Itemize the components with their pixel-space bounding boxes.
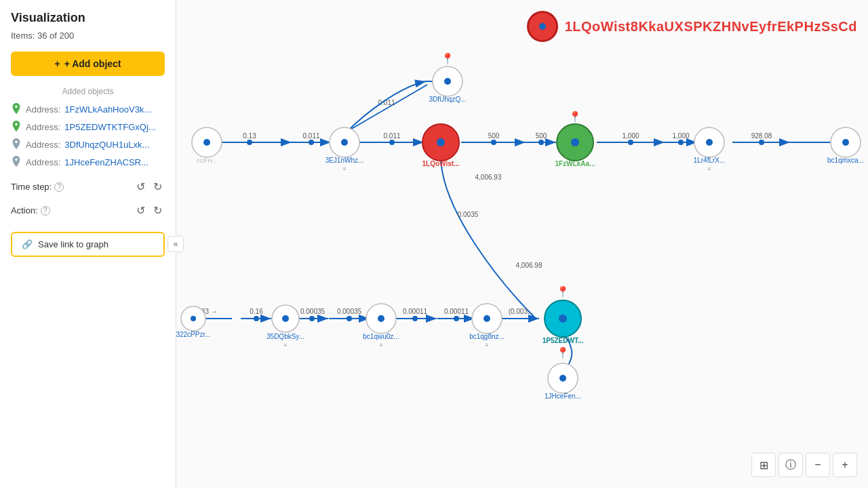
items-count: Items: 36 of 200 [11, 30, 165, 41]
svg-text:1P5ZEDWT...: 1P5ZEDWT... [542, 337, 584, 344]
svg-text:4,006.98: 4,006.98 [516, 262, 542, 269]
action-label: Action: ? [11, 205, 50, 216]
svg-point-83 [559, 314, 567, 323]
address-value[interactable]: 1P5ZEDWTKTFGxQj... [64, 122, 155, 132]
link-icon: 🔗 [22, 239, 33, 249]
minus-icon: − [814, 459, 821, 471]
svg-text:500: 500 [488, 132, 500, 140]
time-step-row: Time step: ? ↺ ↻ [11, 179, 165, 195]
save-link-label: Save link to graph [38, 239, 108, 249]
node-dot [539, 23, 546, 30]
grid-icon: ⊞ [760, 459, 768, 472]
svg-text:≡: ≡ [708, 166, 711, 172]
svg-point-3 [15, 159, 18, 161]
collapse-sidebar-button[interactable]: « [167, 236, 184, 252]
time-step-redo-button[interactable]: ↻ [151, 179, 165, 195]
time-step-controls: ↺ ↻ [134, 179, 165, 195]
svg-point-40 [254, 316, 259, 321]
list-item: Address: 3DfUhqzQUH1uLxk... [11, 138, 165, 150]
svg-text:1Lr4fLrX...: 1Lr4fLrX... [694, 157, 726, 164]
svg-text:0.011: 0.011 [302, 132, 319, 140]
address-value[interactable]: 1FzWLkAahHooV3k... [64, 104, 151, 115]
svg-point-25 [628, 140, 633, 145]
address-label: Address: [26, 122, 60, 132]
svg-line-15 [346, 85, 427, 132]
svg-text:bc1qwu0z...: bc1qwu0z... [363, 333, 399, 340]
add-object-label: + Add object [64, 58, 121, 69]
svg-text:≡: ≡ [380, 342, 383, 348]
svg-text:📍: 📍 [556, 346, 570, 359]
svg-point-14 [389, 140, 395, 145]
svg-point-19 [491, 140, 496, 145]
location-pin-icon [11, 156, 22, 168]
action-controls: ↺ ↻ [134, 203, 165, 218]
svg-text:bc1qg8nz...: bc1qg8nz... [469, 333, 505, 340]
svg-text:cUFH...: cUFH... [197, 157, 218, 164]
svg-text:1,000: 1,000 [622, 132, 639, 140]
list-item: Address: 1JHceFenZHACSR... [11, 156, 165, 168]
action-undo-button[interactable]: ↺ [134, 203, 148, 218]
svg-text:≡: ≡ [284, 342, 288, 348]
graph-controls: ⊞ ⓘ − + [751, 453, 857, 477]
svg-point-79 [842, 139, 849, 146]
svg-point-57 [203, 139, 210, 146]
plus-icon: + [54, 58, 60, 69]
svg-point-22 [538, 140, 544, 145]
selected-address-badge: 1LQoWist8KkaUXSPKZHNvEyfrEkPHzSsCd [527, 11, 857, 42]
svg-point-8 [247, 140, 252, 145]
grid-view-button[interactable]: ⊞ [751, 453, 776, 477]
svg-text:928.08: 928.08 [751, 132, 772, 140]
address-label: Address: [26, 104, 60, 115]
app-container: Visualization Items: 36 of 200 + + Add o… [0, 0, 868, 488]
address-value[interactable]: 1JHceFenZHACSR... [64, 157, 149, 167]
svg-point-11 [309, 140, 314, 145]
add-object-button[interactable]: + + Add object [11, 52, 165, 76]
selected-address-text: 1LQoWist8KkaUXSPKZHNvEyfrEkPHzSsCd [565, 19, 857, 35]
svg-text:0.16: 0.16 [250, 308, 263, 315]
save-link-button[interactable]: 🔗 Save link to graph [11, 232, 165, 257]
svg-point-49 [412, 316, 418, 321]
address-label: Address: [26, 157, 60, 167]
svg-text:1,000: 1,000 [672, 132, 689, 140]
location-pin-icon [11, 103, 22, 115]
svg-text:📍: 📍 [441, 52, 454, 65]
svg-point-75 [706, 139, 713, 146]
svg-point-98 [282, 315, 289, 322]
svg-point-52 [454, 316, 459, 321]
time-step-help-icon[interactable]: ? [54, 182, 64, 192]
svg-point-86 [378, 315, 384, 322]
action-help-icon[interactable]: ? [41, 206, 50, 216]
svg-point-90 [484, 315, 490, 322]
svg-point-72 [571, 138, 579, 146]
svg-point-95 [559, 375, 566, 382]
sidebar: Visualization Items: 36 of 200 + + Add o… [0, 0, 176, 488]
svg-text:≡: ≡ [343, 166, 347, 172]
location-pin-icon [11, 138, 22, 150]
svg-text:0.0035: 0.0035 [458, 211, 479, 218]
action-redo-button[interactable]: ↻ [151, 203, 165, 218]
address-value[interactable]: 3DfUhqzQUH1uLxk... [64, 140, 149, 150]
svg-text:322cPPzr...: 322cPPzr... [176, 331, 211, 338]
svg-text:0.00035: 0.00035 [300, 308, 326, 315]
time-step-label: Time step: ? [11, 182, 64, 192]
svg-text:500: 500 [536, 132, 547, 140]
svg-text:1LQoWist...: 1LQoWist... [422, 160, 460, 167]
info-button[interactable]: ⓘ [778, 453, 803, 477]
svg-text:bc1qmxca...: bc1qmxca... [827, 157, 864, 164]
svg-text:📍: 📍 [556, 285, 570, 298]
address-label: Address: [26, 140, 60, 150]
sidebar-title: Visualization [11, 11, 165, 25]
address-list: Address: 1FzWLkAahHooV3k... Address: 1P5… [11, 103, 165, 168]
svg-text:3DfUhqzQ...: 3DfUhqzQ... [429, 96, 466, 103]
svg-text:35DQbkSy...: 35DQbkSy... [267, 333, 304, 340]
added-objects-label: Added objects [11, 87, 165, 96]
info-icon: ⓘ [785, 458, 796, 472]
zoom-out-button[interactable]: − [806, 453, 830, 477]
svg-text:📍: 📍 [568, 110, 582, 123]
time-step-undo-button[interactable]: ↺ [134, 179, 148, 195]
svg-text:3EJ1nWhz...: 3EJ1nWhz... [326, 157, 364, 164]
graph-svg: 0.13 0.011 0.011 0.011 500 500 [176, 0, 868, 488]
svg-point-1 [15, 123, 18, 126]
svg-text:0.00011: 0.00011 [403, 308, 428, 315]
zoom-in-button[interactable]: + [833, 453, 857, 477]
